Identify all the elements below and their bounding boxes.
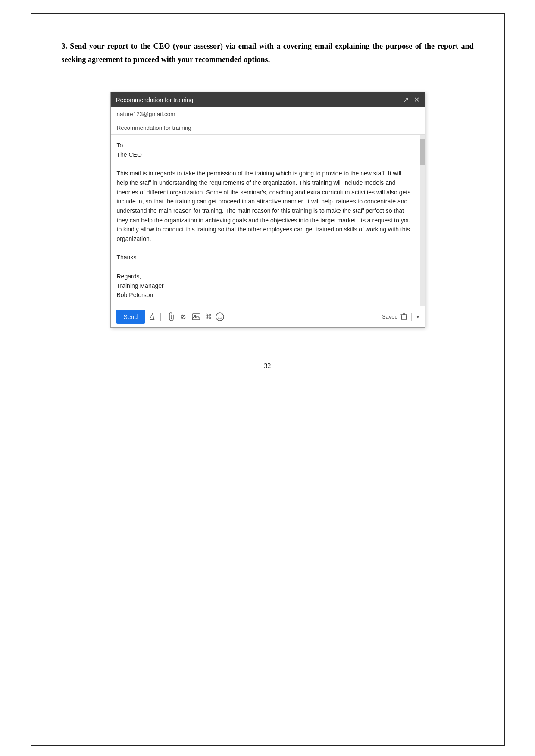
close-button[interactable]: ✕ — [414, 96, 419, 104]
separator-2: | — [411, 312, 413, 321]
more-options-button[interactable]: ▾ — [416, 313, 419, 320]
email-body-text: To The CEO This mail is in regards to ta… — [117, 141, 413, 300]
send-button[interactable]: Send — [116, 310, 146, 324]
attach-icon[interactable] — [167, 312, 175, 321]
email-body-area[interactable]: To The CEO This mail is in regards to ta… — [111, 135, 425, 306]
email-closing: Thanks — [117, 253, 413, 262]
page-container: 3. Send your report to the CEO (your ass… — [31, 13, 505, 746]
link-icon[interactable] — [179, 312, 188, 321]
subject-text[interactable]: Recommendation for training — [117, 125, 191, 131]
saved-label: Saved — [382, 313, 398, 320]
svg-point-3 — [218, 316, 219, 316]
page-number: 32 — [62, 362, 474, 370]
email-compose-window: Recommendation for training — ↗ ✕ nature… — [110, 92, 425, 328]
scrollbar-thumb[interactable] — [420, 139, 425, 165]
instruction-text: 3. Send your report to the CEO (your ass… — [62, 40, 474, 66]
photo-icon[interactable] — [192, 313, 200, 321]
email-title-bar: Recommendation for training — ↗ ✕ — [111, 92, 425, 107]
saved-status: Saved | ▾ — [382, 312, 419, 321]
minimize-button[interactable]: — — [391, 96, 398, 104]
from-field: nature123@gmail.com — [111, 107, 425, 121]
trash-icon[interactable] — [400, 313, 407, 321]
subject-field: Recommendation for training — [111, 121, 425, 135]
emoji-icon[interactable] — [216, 312, 224, 321]
scrollbar[interactable] — [420, 135, 425, 306]
expand-button[interactable]: ↗ — [403, 96, 409, 104]
email-body-paragraph: This mail is in regards to take the perm… — [117, 169, 413, 244]
email-regards: Regards, Training Manager Bob Peterson — [117, 272, 413, 300]
window-controls: — ↗ ✕ — [391, 96, 419, 104]
format-text-icon[interactable]: A — [150, 312, 154, 321]
email-window-title: Recommendation for training — [116, 97, 194, 103]
email-salutation: To The CEO — [117, 141, 413, 159]
svg-point-4 — [221, 316, 222, 316]
from-address[interactable]: nature123@gmail.com — [117, 111, 175, 117]
separator-1: | — [160, 312, 162, 321]
svg-point-2 — [216, 313, 224, 321]
email-toolbar: Send A | ⌘ — [111, 306, 425, 327]
link2-icon[interactable]: ⌘ — [205, 312, 211, 321]
